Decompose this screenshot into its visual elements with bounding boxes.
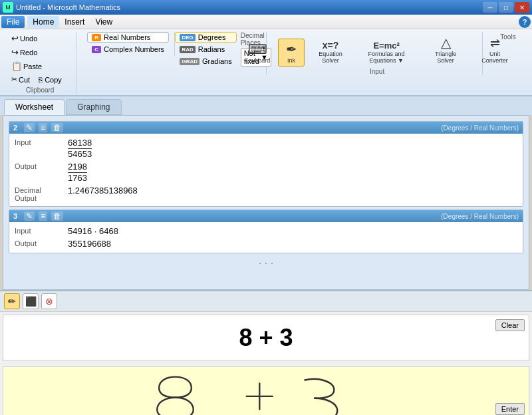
formulas-label: Formulas andEquations ▼ (368, 51, 405, 64)
ink-canvas[interactable]: Enter (3, 366, 529, 415)
section-format-icon-3[interactable]: ≡ (39, 211, 47, 221)
title-bar-controls[interactable]: ─ □ ✕ (483, 2, 529, 13)
input-label: Input (370, 68, 384, 75)
real-icon: R (92, 34, 101, 41)
equation-solver-label: Equation Solver (312, 51, 349, 64)
ws-header-2: 2 ✎ ≡ 🗑 (Degrees / Real Numbers) (9, 122, 523, 134)
cut-button[interactable]: ✂ Cut (8, 74, 33, 85)
ws-input-value-2: 68138 54653 (68, 138, 92, 159)
copy-button[interactable]: ⎘ Copy (35, 74, 65, 85)
main-content: 2 ✎ ≡ 🗑 (Degrees / Real Numbers) Input 6… (0, 115, 532, 415)
radians-button[interactable]: RAD Radians (175, 44, 236, 55)
ws-output-value-3: 355196688 (68, 239, 111, 249)
complex-icon: C (92, 46, 101, 53)
undo-button[interactable]: ↩ Undo (8, 32, 41, 45)
undo-icon: ↩ (11, 33, 19, 43)
worksheet-section-2: 2 ✎ ≡ 🗑 (Degrees / Real Numbers) Input 6… (9, 121, 523, 207)
formula-icon: E=mc² (373, 41, 399, 51)
ws-decimal-value-2: 1.2467385138968 (68, 186, 138, 202)
keyboard-button[interactable]: ⌨ Keyboard (239, 39, 275, 67)
scissors-icon: ✂ (11, 75, 17, 84)
keyboard-icon: ⌨ (248, 41, 267, 57)
ws-input-row-3: Input 54916 · 6468 (15, 225, 517, 237)
clipboard-buttons: ↩ Undo ↪ Redo 📋 Paste (8, 32, 72, 85)
cut-copy-row: ✂ Cut ⎘ Copy (8, 74, 72, 85)
triangle-label: TriangleSolver (435, 51, 456, 64)
ws-header-3: 3 ✎ ≡ 🗑 (Degrees / Real Numbers) (9, 210, 523, 222)
ribbon-numbers-group: R Real Numbers C Complex Numbers (82, 32, 175, 56)
section-number-3: 3 (13, 212, 17, 220)
section-delete-icon-2[interactable]: 🗑 (51, 123, 63, 132)
paste-icon: 📋 (11, 61, 22, 71)
ink-recognized-area: 8 + 3 Clear (3, 315, 529, 361)
window-title: Untitled - Microsoft Mathematics (16, 3, 120, 11)
ribbon-clipboard-group: ↩ Undo ↪ Redo 📋 Paste (4, 32, 76, 94)
worksheet-section-3: 3 ✎ ≡ 🗑 (Degrees / Real Numbers) Input 5… (9, 209, 523, 253)
ribbon-tools-group: Tools (488, 32, 528, 41)
title-bar: M Untitled - Microsoft Mathematics ─ □ ✕ (0, 0, 532, 15)
redo-row: ↪ Redo (8, 46, 72, 59)
section-delete-icon-3[interactable]: 🗑 (51, 211, 63, 221)
formulas-button[interactable]: E=mc² Formulas andEquations ▼ (356, 38, 416, 67)
worksheet-container[interactable]: 2 ✎ ≡ 🗑 (Degrees / Real Numbers) Input 6… (3, 115, 529, 290)
section-edit-icon-3[interactable]: ✎ (24, 211, 35, 221)
tools-label: Tools (500, 33, 515, 41)
ink-area: ✏ ⬛ ⊗ 8 + 3 Clear Enter (0, 290, 532, 415)
equation-solver-icon: x=? (323, 40, 339, 51)
tab-graphing[interactable]: Graphing (66, 99, 121, 115)
ink-icon: ✒ (286, 41, 297, 57)
ws-input-label-3: Input (15, 226, 68, 236)
section-mode-2: (Degrees / Real Numbers) (441, 124, 519, 132)
redo-button[interactable]: ↪ Redo (8, 46, 41, 59)
clear-button[interactable]: Clear (495, 319, 525, 331)
tab-bar: Worksheet Graphing (0, 96, 532, 115)
title-bar-left: M Untitled - Microsoft Mathematics (3, 2, 120, 13)
clipboard-label: Clipboard (26, 86, 55, 94)
app-icon: M (3, 2, 13, 13)
undo-redo-row: ↩ Undo (8, 32, 72, 45)
ribbon-input-group: ⌨ Keyboard ✒ Ink x=? Equation Solver E=m… (272, 32, 483, 75)
angle-mode-col: DEG Degrees RAD Radians GRAD Gradians (175, 32, 236, 67)
triangle-solver-button[interactable]: △ TriangleSolver (419, 32, 472, 67)
close-button[interactable]: ✕ (515, 2, 529, 13)
ink-pen-tool[interactable]: ✏ (4, 293, 20, 309)
menu-bar: File Home Insert View ? (0, 15, 532, 29)
complex-numbers-button[interactable]: C Complex Numbers (87, 44, 169, 55)
numbers-buttons: R Real Numbers C Complex Numbers (87, 32, 169, 55)
ws-output-label-3: Output (15, 239, 68, 249)
ws-input-numerator-2: 68138 (68, 138, 92, 149)
ink-select-tool[interactable]: ⊗ (41, 293, 57, 309)
minimize-button[interactable]: ─ (483, 2, 497, 13)
degrees-button[interactable]: DEG Degrees (175, 32, 236, 43)
ws-input-row-2: Input 68138 54653 (15, 136, 517, 160)
ws-input-value-3: 54916 · 6468 (68, 226, 118, 236)
more-indicator: · · · (6, 256, 526, 271)
equation-solver-button[interactable]: x=? Equation Solver (307, 37, 354, 67)
ws-output-row-3: Output 355196688 (15, 237, 517, 250)
ws-output-numerator-2: 2198 (68, 162, 87, 173)
ws-output-value-2: 2198 1763 (68, 162, 87, 183)
section-edit-icon-2[interactable]: ✎ (24, 123, 35, 132)
real-numbers-button[interactable]: R Real Numbers (87, 32, 169, 43)
unit-label: Unit Converter (479, 51, 510, 64)
maximize-button[interactable]: □ (499, 2, 513, 13)
section-mode-3: (Degrees / Real Numbers) (441, 213, 519, 220)
tab-worksheet[interactable]: Worksheet (4, 99, 65, 115)
paste-button[interactable]: 📋 Paste (8, 60, 72, 72)
ws-body-2: Input 68138 54653 Output 2198 1763 Decim… (9, 134, 523, 206)
gradians-button[interactable]: GRAD Gradians (175, 56, 236, 67)
menu-view[interactable]: View (90, 16, 118, 28)
copy-icon: ⎘ (39, 76, 43, 84)
ink-eraser-tool[interactable]: ⬛ (23, 293, 39, 309)
enter-button[interactable]: Enter (495, 403, 525, 415)
help-icon[interactable]: ? (519, 16, 531, 28)
menu-home[interactable]: Home (27, 16, 59, 28)
menu-insert[interactable]: Insert (59, 16, 90, 28)
ink-drawing (3, 367, 529, 415)
section-format-icon-2[interactable]: ≡ (39, 123, 47, 132)
ws-output-label-2: Output (15, 162, 68, 183)
menu-file[interactable]: File (1, 16, 25, 28)
ws-output-denominator-2: 1763 (68, 173, 87, 183)
ink-toolbar: ✏ ⬛ ⊗ (0, 291, 532, 312)
ink-button[interactable]: ✒ Ink (278, 39, 305, 67)
